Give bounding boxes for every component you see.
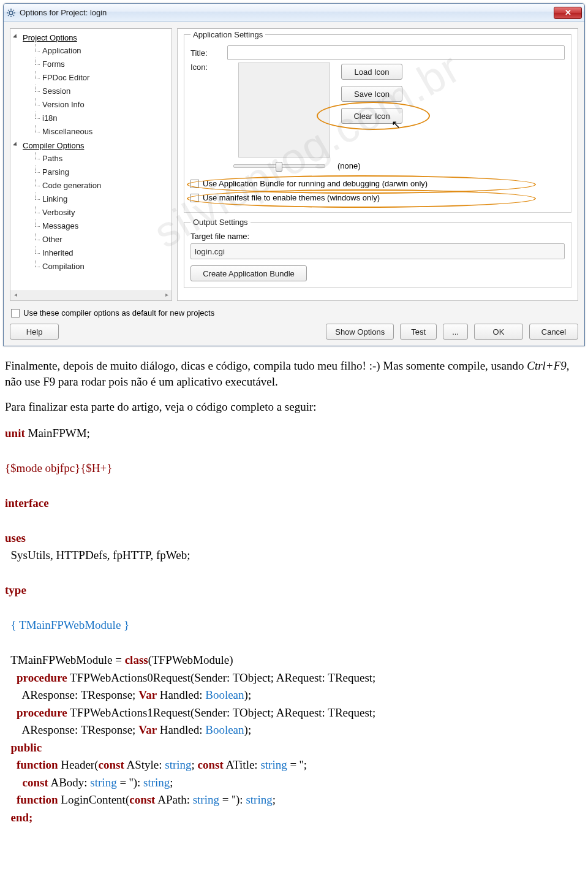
icon-size-label: (none) <box>337 161 361 170</box>
group-legend: Output Settings <box>190 218 251 227</box>
tree-item[interactable]: Messages <box>34 219 172 233</box>
load-icon-button[interactable]: Load Icon <box>341 64 402 80</box>
dialog-button-bar: Help Show Options Test ... OK Cancel <box>10 324 578 340</box>
icon-preview <box>238 63 330 158</box>
tree-project-options[interactable]: Project Options Application Forms FPDoc … <box>14 31 172 139</box>
options-tree-panel: Project Options Application Forms FPDoc … <box>10 28 172 301</box>
icon-size-slider[interactable] <box>233 164 325 168</box>
test-button[interactable]: Test <box>400 324 437 340</box>
save-icon-button[interactable]: Save Icon <box>341 86 402 102</box>
title-label: Title: <box>190 48 227 58</box>
close-icon: ✕ <box>565 8 571 17</box>
use-app-bundle-checkbox[interactable]: Use Application Bundle for running and d… <box>190 178 565 189</box>
paragraph: Finalmente, depois de muito diálogo, dic… <box>5 358 583 389</box>
titlebar: Options for Project: login ✕ <box>4 4 584 22</box>
tree-item[interactable]: Paths <box>34 152 172 165</box>
tree-item[interactable]: FPDoc Editor <box>34 71 172 85</box>
window-title: Options for Project: login <box>20 8 554 17</box>
gear-icon <box>6 8 16 18</box>
checkbox-icon <box>190 194 199 202</box>
group-legend: Application Settings <box>190 30 265 39</box>
caret-icon <box>13 34 18 39</box>
options-tree[interactable]: Project Options Application Forms FPDoc … <box>10 31 172 274</box>
svg-line-7 <box>8 15 9 16</box>
tree-item[interactable]: Parsing <box>34 165 172 179</box>
tree-item[interactable]: Session <box>34 85 172 98</box>
options-dialog: Options for Project: login ✕ Project Opt… <box>3 3 585 346</box>
caret-icon <box>13 142 18 147</box>
ok-button[interactable]: OK <box>474 324 523 340</box>
checkbox-label: Use Application Bundle for running and d… <box>203 179 428 188</box>
svg-line-8 <box>13 10 15 11</box>
tree-item[interactable]: Linking <box>34 192 172 206</box>
help-button[interactable]: Help <box>10 324 59 340</box>
tree-item[interactable]: Application <box>34 44 172 58</box>
scroll-left-icon[interactable]: ◂ <box>10 291 20 300</box>
shortcut-text: Ctrl+F9 <box>527 359 567 372</box>
target-filename-input[interactable] <box>190 243 565 259</box>
tree-item[interactable]: Forms <box>34 58 172 71</box>
svg-point-0 <box>9 11 13 15</box>
cancel-button[interactable]: Cancel <box>529 324 578 340</box>
tree-compiler-options[interactable]: Compiler Options Paths Parsing Code gene… <box>14 139 172 274</box>
create-bundle-button[interactable]: Create Application Bundle <box>190 265 307 281</box>
svg-line-5 <box>8 10 9 11</box>
cursor-arrow-icon: ↖ <box>391 118 401 131</box>
tree-item[interactable]: Version Info <box>34 98 172 112</box>
tree-label: Project Options <box>23 33 77 42</box>
checkbox-icon <box>11 309 20 318</box>
checkbox-icon <box>190 180 199 188</box>
tree-item[interactable]: Compilation <box>34 260 172 273</box>
use-as-default-checkbox[interactable]: Use these compiler options as default fo… <box>11 308 577 318</box>
show-options-button[interactable]: Show Options <box>326 324 394 340</box>
target-filename-label: Target file name: <box>190 232 565 241</box>
slider-thumb[interactable] <box>276 162 282 172</box>
tree-item[interactable]: Inherited <box>34 246 172 260</box>
tree-label: Compiler Options <box>23 141 84 150</box>
tree-item[interactable]: Code generation <box>34 179 172 192</box>
checkbox-label: Use these compiler options as default fo… <box>23 308 214 318</box>
paragraph: Para finalizar esta parte do artigo, vej… <box>5 399 583 415</box>
output-settings-group: Output Settings Target file name: Create… <box>184 218 571 288</box>
use-manifest-checkbox[interactable]: Use manifest file to enable themes (wind… <box>190 192 565 203</box>
svg-line-6 <box>13 15 15 16</box>
application-settings-group: Application Settings Title: Icon: Load I… <box>184 30 571 213</box>
tree-item[interactable]: Other <box>34 233 172 246</box>
settings-panel: Application Settings Title: Icon: Load I… <box>177 28 578 301</box>
icon-label: Icon: <box>190 63 227 72</box>
title-input[interactable] <box>227 45 565 60</box>
tree-hscrollbar[interactable]: ◂ ▸ <box>10 291 172 300</box>
more-button[interactable]: ... <box>443 324 468 340</box>
scroll-right-icon[interactable]: ▸ <box>162 291 172 300</box>
code-block: unit MainFPWM; {$mode objfpc}{$H+} inter… <box>5 425 583 827</box>
article-body: Finalmente, depois de muito diálogo, dic… <box>0 349 588 832</box>
tree-item[interactable]: Miscellaneous <box>34 125 172 139</box>
checkbox-label: Use manifest file to enable themes (wind… <box>203 193 380 202</box>
tree-item[interactable]: i18n <box>34 112 172 125</box>
tree-item[interactable]: Verbosity <box>34 206 172 219</box>
close-button[interactable]: ✕ <box>554 7 582 19</box>
